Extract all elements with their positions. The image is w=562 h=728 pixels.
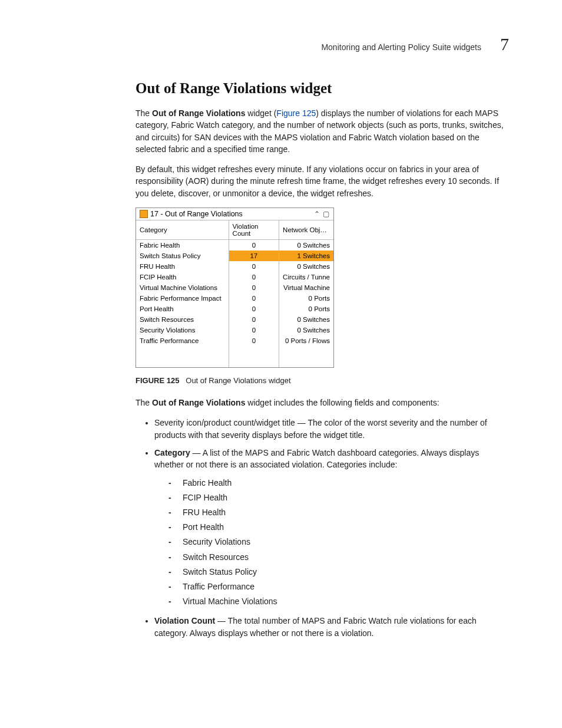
bullet-bold: Violation Count [154, 616, 215, 625]
figure-caption: FIGURE 125 Out of Range Violations widge… [135, 376, 509, 385]
widget-name-bold: Out of Range Violations [152, 398, 245, 407]
table-row[interactable]: Switch Status Policy171 Switches [136, 251, 333, 261]
cell-network-obj: 0 Switches [279, 325, 333, 335]
table-header-row: Category Violation Count Network Obj… [136, 220, 333, 240]
severity-icon [140, 210, 148, 218]
cell-network-obj: 0 Ports [279, 293, 333, 304]
cell-category: Virtual Machine Violations [136, 282, 229, 293]
violations-widget: 17 - Out of Range Violations ⌃ ▢ Categor… [135, 207, 334, 368]
cell-category: Port Health [136, 304, 229, 314]
list-item: Switch Status Policy [168, 565, 509, 579]
running-header-text: Monitoring and Alerting Policy Suite wid… [321, 42, 481, 52]
cell-category: Switch Resources [136, 314, 229, 325]
table-row[interactable]: Fabric Performance Impact00 Ports [136, 293, 333, 304]
widget-title-text: 17 - Out of Range Violations [150, 210, 243, 218]
figure-link[interactable]: Figure 125 [276, 108, 316, 118]
text: The [135, 398, 152, 407]
cell-network-obj: 0 Ports [279, 304, 333, 314]
components-paragraph: The Out of Range Violations widget inclu… [135, 397, 509, 409]
cell-network-obj: 0 Switches [279, 261, 333, 272]
table-row[interactable]: Port Health00 Ports [136, 304, 333, 314]
collapse-icon[interactable]: ⌃ [314, 210, 320, 218]
cell-network-obj: 0 Switches [279, 314, 333, 325]
bullet-severity-icon: Severity icon/product count/widget title… [154, 417, 509, 441]
text: The [135, 108, 152, 118]
table-row[interactable]: Switch Resources00 Switches [136, 314, 333, 325]
category-sublist: Fabric HealthFCIP HealthFRU HealthPort H… [154, 476, 509, 610]
text: widget ( [245, 108, 276, 118]
list-item: FRU Health [168, 505, 509, 520]
page: Monitoring and Alerting Policy Suite wid… [0, 0, 562, 728]
table-row[interactable]: Virtual Machine Violations0Virtual Machi… [136, 282, 333, 293]
table-row[interactable]: Traffic Performance00 Ports / Flows [136, 335, 333, 346]
running-header: Monitoring and Alerting Policy Suite wid… [135, 35, 509, 53]
list-item: Port Health [168, 520, 509, 535]
widget-titlebar: 17 - Out of Range Violations ⌃ ▢ [136, 208, 333, 220]
figure-caption-text: Out of Range Violations widget [186, 376, 290, 385]
list-item: Security Violations [168, 535, 509, 549]
table-row[interactable]: FRU Health00 Switches [136, 261, 333, 272]
cell-violation-count: 17 [229, 251, 279, 261]
table-spacer-row [136, 346, 333, 367]
col-header-network-obj[interactable]: Network Obj… [279, 220, 333, 240]
cell-violation-count: 0 [229, 293, 279, 304]
intro-paragraph-1: The Out of Range Violations widget (Figu… [135, 107, 509, 155]
col-header-category[interactable]: Category [136, 220, 229, 240]
cell-violation-count: 0 [229, 261, 279, 272]
cell-network-obj: 0 Switches [279, 240, 333, 251]
widget-name-bold: Out of Range Violations [152, 108, 245, 118]
cell-violation-count: 0 [229, 282, 279, 293]
cell-violation-count: 0 [229, 240, 279, 251]
table-row[interactable]: Security Violations00 Switches [136, 325, 333, 335]
violations-table: Category Violation Count Network Obj… Fa… [136, 220, 333, 367]
bullet-violation-count: Violation Count — The total number of MA… [154, 615, 509, 639]
cell-category: Fabric Health [136, 240, 229, 251]
list-item: Switch Resources [168, 550, 509, 565]
cell-category: Traffic Performance [136, 335, 229, 346]
section-title: Out of Range Violations widget [135, 80, 509, 97]
table-row[interactable]: FCIP Health0Circuits / Tunne [136, 272, 333, 282]
cell-network-obj: Circuits / Tunne [279, 272, 333, 282]
chapter-number: 7 [500, 35, 509, 53]
bullet-bold: Category [154, 448, 190, 457]
cell-category: Security Violations [136, 325, 229, 335]
bullet-category: Category — A list of the MAPS and Fabric… [154, 447, 509, 609]
cell-network-obj: 0 Ports / Flows [279, 335, 333, 346]
components-list: Severity icon/product count/widget title… [135, 417, 509, 638]
intro-paragraph-2: By default, this widget refreshes every … [135, 163, 509, 199]
cell-violation-count: 0 [229, 304, 279, 314]
cell-network-obj: 1 Switches [279, 251, 333, 261]
cell-violation-count: 0 [229, 325, 279, 335]
cell-category: Fabric Performance Impact [136, 293, 229, 304]
col-header-violation-count[interactable]: Violation Count [229, 220, 279, 240]
table-row[interactable]: Fabric Health00 Switches [136, 240, 333, 251]
list-item: Fabric Health [168, 476, 509, 490]
list-item: Virtual Machine Violations [168, 594, 509, 609]
cell-violation-count: 0 [229, 272, 279, 282]
cell-category: Switch Status Policy [136, 251, 229, 261]
cell-category: FRU Health [136, 261, 229, 272]
list-item: Traffic Performance [168, 579, 509, 594]
bullet-text: — A list of the MAPS and Fabric Watch da… [154, 448, 479, 469]
cell-category: FCIP Health [136, 272, 229, 282]
cell-violation-count: 0 [229, 335, 279, 346]
cell-violation-count: 0 [229, 314, 279, 325]
maximize-icon[interactable]: ▢ [323, 210, 330, 218]
cell-network-obj: Virtual Machine [279, 282, 333, 293]
list-item: FCIP Health [168, 490, 509, 505]
text: widget includes the following fields and… [245, 398, 439, 407]
figure-label: FIGURE 125 [135, 376, 179, 385]
